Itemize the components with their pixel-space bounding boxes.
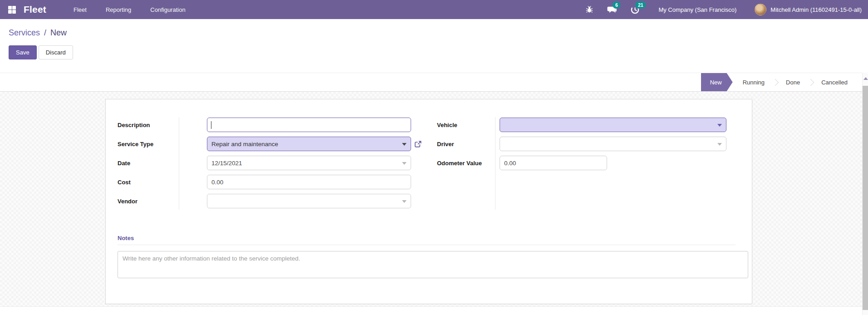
- bug-icon: [585, 5, 593, 14]
- field-row-vehicle: Vehicle: [437, 117, 740, 133]
- status-band: New Running Done Cancelled: [0, 73, 868, 92]
- driver-field-wrap: [500, 137, 726, 151]
- scrollbar-thumb[interactable]: [863, 86, 868, 310]
- breadcrumb-current: New: [50, 28, 67, 37]
- vendor-label: Vendor: [118, 198, 207, 205]
- nav-item-fleet[interactable]: Fleet: [74, 6, 87, 13]
- field-row-driver: Driver: [437, 136, 740, 152]
- nav-item-configuration[interactable]: Configuration: [150, 6, 185, 13]
- field-row-odometer: Odometer Value: [437, 155, 740, 171]
- messages-button[interactable]: 6: [607, 4, 618, 15]
- activities-count-badge: 21: [635, 1, 646, 9]
- messages-count-badge: 6: [613, 1, 620, 9]
- odometer-value-label: Odometer Value: [437, 160, 500, 167]
- field-row-service-type: Service Type: [118, 136, 422, 152]
- field-row-description: Description: [118, 117, 422, 133]
- stage-new-active[interactable]: New: [701, 73, 733, 91]
- notes-section: Notes: [118, 235, 740, 280]
- service-type-select[interactable]: [207, 137, 411, 151]
- cost-input[interactable]: [207, 175, 411, 189]
- notes-textarea[interactable]: [118, 251, 748, 278]
- service-type-label: Service Type: [118, 141, 207, 148]
- nav-item-reporting[interactable]: Reporting: [106, 6, 131, 13]
- external-link-icon[interactable]: [414, 140, 422, 148]
- control-panel: Services / New Save Discard: [0, 19, 868, 73]
- field-row-vendor: Vendor: [118, 193, 422, 209]
- apps-menu-icon[interactable]: [8, 6, 16, 14]
- discard-button[interactable]: Discard: [39, 45, 73, 59]
- text-cursor: [211, 121, 211, 129]
- stage-running[interactable]: Running: [733, 73, 775, 91]
- breadcrumb-separator: /: [44, 28, 46, 37]
- odometer-field-wrap: [500, 156, 607, 170]
- form-sheet: Description Service Type: [105, 99, 752, 304]
- statusbar: New Running Done Cancelled: [701, 73, 858, 91]
- form-column-left: Description Service Type: [118, 117, 422, 212]
- vehicle-field-wrap: [500, 118, 726, 132]
- description-input[interactable]: [207, 118, 411, 132]
- vendor-field-wrap: [207, 194, 411, 208]
- user-avatar: [755, 4, 766, 15]
- date-label: Date: [118, 160, 207, 167]
- field-row-date: Date: [118, 155, 422, 171]
- date-input[interactable]: [207, 156, 411, 170]
- cost-label: Cost: [118, 179, 207, 186]
- description-field-wrap: [207, 118, 411, 132]
- company-switcher[interactable]: My Company (San Francisco): [658, 6, 736, 13]
- vendor-select[interactable]: [207, 194, 411, 208]
- user-name: Mitchell Admin (11602491-15-0-all): [770, 6, 862, 13]
- service-type-field-wrap: [207, 137, 411, 151]
- breadcrumb: Services / New: [9, 28, 868, 38]
- scrollbar-up-arrow-icon[interactable]: [863, 75, 868, 82]
- cost-field-wrap: [207, 175, 411, 189]
- top-navbar: Fleet Fleet Reporting Configuration 6: [0, 0, 868, 19]
- stage-done[interactable]: Done: [776, 73, 810, 91]
- app-brand[interactable]: Fleet: [24, 4, 46, 15]
- vehicle-select[interactable]: [500, 118, 726, 132]
- odometer-input[interactable]: [500, 156, 607, 170]
- nav-menu: Fleet Reporting Configuration: [74, 6, 186, 13]
- form-grid: Description Service Type: [118, 117, 740, 212]
- field-row-cost: Cost: [118, 174, 422, 190]
- notes-heading: Notes: [118, 235, 736, 245]
- driver-label: Driver: [437, 141, 500, 148]
- breadcrumb-services-link[interactable]: Services: [9, 28, 40, 37]
- driver-select[interactable]: [500, 137, 726, 151]
- form-column-right: Vehicle Driver Odome: [437, 117, 740, 212]
- save-button[interactable]: Save: [9, 45, 37, 59]
- date-field-wrap: [207, 156, 411, 170]
- form-action-buttons: Save Discard: [9, 45, 868, 59]
- page: Fleet Fleet Reporting Configuration 6: [0, 0, 868, 315]
- description-label: Description: [118, 122, 207, 128]
- navbar-right: 6 21 My Company (San Francisco) Mitchell…: [584, 4, 862, 15]
- debug-bug-icon[interactable]: [584, 4, 595, 15]
- activities-button[interactable]: 21: [629, 4, 640, 15]
- user-menu[interactable]: Mitchell Admin (11602491-15-0-all): [755, 4, 862, 15]
- stage-cancelled[interactable]: Cancelled: [811, 73, 858, 91]
- content-area: Description Service Type: [0, 92, 868, 306]
- vertical-scrollbar[interactable]: [862, 73, 868, 315]
- footer-strip: [0, 306, 862, 315]
- vehicle-label: Vehicle: [437, 122, 500, 128]
